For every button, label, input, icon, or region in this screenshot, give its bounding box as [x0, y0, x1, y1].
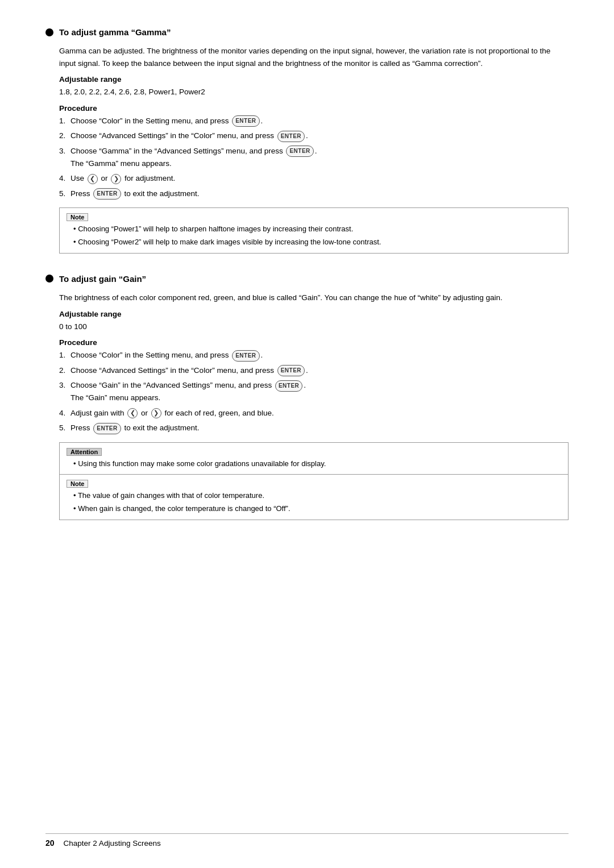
- enter-button-gn3: ENTER: [275, 380, 302, 392]
- gain-notes: • The value of gain changes with that of…: [67, 490, 561, 515]
- gamma-step-5-num: 5.: [59, 188, 70, 200]
- footer: 20 Chapter 2 Adjusting Screens: [45, 833, 569, 848]
- gamma-note-label: Note: [67, 213, 88, 221]
- gain-step-1-content: Choose “Color” in the Setting menu, and …: [70, 349, 569, 362]
- gain-section-body: The brightness of each color component r…: [45, 292, 569, 520]
- gamma-title-text: To adjust gamma “Gamma”: [59, 27, 171, 37]
- right-arrow-g4: ❯: [111, 174, 121, 184]
- enter-button-g1: ENTER: [232, 115, 259, 127]
- gain-description: The brightness of each color component r…: [59, 292, 569, 304]
- gamma-notes: • Choosing “Power1” will help to sharpen…: [67, 223, 561, 248]
- gain-attention-1: • Using this function may make some colo…: [73, 458, 561, 470]
- gain-title-text: To adjust gain “Gain”: [59, 274, 146, 284]
- gamma-step-3-content: Choose “Gamma” in the “Advanced Settings…: [70, 145, 569, 169]
- page: To adjust gamma “Gamma” Gamma can be adj…: [0, 0, 614, 868]
- gamma-step-3-subtext: The “Gamma” menu appears.: [70, 159, 172, 168]
- gamma-note-2: • Choosing “Power2” will help to make da…: [73, 236, 561, 248]
- gain-step-4-content: Adjust gain with ❮ or ❯ for each of red,…: [70, 407, 569, 420]
- gamma-step-2-content: Choose “Advanced Settings” in the “Color…: [70, 130, 569, 142]
- gamma-step-4: 4. Use ❮ or ❯ for adjustment.: [59, 172, 569, 185]
- gamma-step-3-num: 3.: [59, 145, 70, 157]
- gain-procedure-list: 1. Choose “Color” in the Setting menu, a…: [59, 349, 569, 434]
- gain-step-5-content: Press ENTER to exit the adjustment.: [70, 422, 569, 434]
- gamma-step-5: 5. Press ENTER to exit the adjustment.: [59, 188, 569, 200]
- left-arrow-g4: ❮: [88, 174, 98, 184]
- gain-step-3-num: 3.: [59, 379, 70, 392]
- gain-step-5-num: 5.: [59, 422, 70, 434]
- gamma-step-2: 2. Choose “Advanced Settings” in the “Co…: [59, 130, 569, 142]
- gain-step-5: 5. Press ENTER to exit the adjustment.: [59, 422, 569, 434]
- enter-button-g5: ENTER: [93, 188, 121, 200]
- gain-step-3-content: Choose “Gain” in the “Advanced Settings”…: [70, 379, 569, 404]
- gamma-step-4-num: 4.: [59, 172, 70, 185]
- gamma-adjustable-range-value: 1.8, 2.0, 2.2, 2.4, 2.6, 2.8, Power1, Po…: [59, 86, 569, 98]
- gamma-description: Gamma can be adjusted. The brightness of…: [59, 45, 569, 69]
- gain-step-4-num: 4.: [59, 407, 70, 420]
- gain-step-2-num: 2.: [59, 364, 70, 377]
- gain-adjustable-range-value: 0 to 100: [59, 321, 569, 333]
- gain-adjustable-range-label: Adjustable range: [59, 310, 569, 318]
- enter-button-g3: ENTER: [286, 146, 313, 157]
- enter-button-gn2: ENTER: [277, 365, 305, 376]
- gain-procedure-label: Procedure: [59, 338, 569, 347]
- gain-note-box: Note • The value of gain changes with th…: [59, 475, 569, 520]
- gamma-note-box: Note • Choosing “Power1” will help to sh…: [59, 207, 569, 254]
- gain-note-1: • The value of gain changes with that of…: [73, 490, 561, 502]
- footer-chapter-text: Chapter 2 Adjusting Screens: [64, 839, 161, 848]
- gain-step-3-subtext: The “Gain” menu appears.: [70, 393, 160, 402]
- gain-section-title: To adjust gain “Gain”: [45, 274, 569, 284]
- enter-button-gn1: ENTER: [232, 350, 259, 362]
- enter-button-gn5: ENTER: [93, 423, 121, 434]
- gain-attention-label: Attention: [67, 448, 102, 456]
- gamma-section: To adjust gamma “Gamma” Gamma can be adj…: [45, 27, 569, 254]
- gain-attention-box: Attention • Using this function may make…: [59, 442, 569, 475]
- enter-button-g2: ENTER: [277, 131, 305, 142]
- gain-step-1: 1. Choose “Color” in the Setting menu, a…: [59, 349, 569, 362]
- gain-note-2: • When gain is changed, the color temper…: [73, 503, 561, 515]
- gain-step-3: 3. Choose “Gain” in the “Advanced Settin…: [59, 379, 569, 404]
- gamma-adjustable-range-label: Adjustable range: [59, 75, 569, 84]
- gamma-step-1-num: 1.: [59, 115, 70, 127]
- gamma-step-1-content: Choose “Color” in the Setting menu, and …: [70, 115, 569, 127]
- gain-section: To adjust gain “Gain” The brightness of …: [45, 274, 569, 520]
- gain-step-1-num: 1.: [59, 349, 70, 362]
- gamma-step-5-content: Press ENTER to exit the adjustment.: [70, 188, 569, 200]
- gamma-step-4-content: Use ❮ or ❯ for adjustment.: [70, 172, 569, 185]
- gamma-step-3: 3. Choose “Gamma” in the “Advanced Setti…: [59, 145, 569, 169]
- gamma-procedure-label: Procedure: [59, 104, 569, 113]
- gamma-step-1: 1. Choose “Color” in the Setting menu, a…: [59, 115, 569, 127]
- gamma-step-2-num: 2.: [59, 130, 70, 142]
- left-arrow-gn4: ❮: [127, 408, 138, 418]
- gamma-procedure-list: 1. Choose “Color” in the Setting menu, a…: [59, 115, 569, 200]
- footer-page-number: 20: [45, 838, 55, 848]
- gamma-bullet: [45, 28, 53, 36]
- gamma-section-body: Gamma can be adjusted. The brightness of…: [45, 45, 569, 254]
- gain-step-2-content: Choose “Advanced Settings” in the “Color…: [70, 364, 569, 377]
- gain-attentions: • Using this function may make some colo…: [67, 458, 561, 470]
- gain-bullet: [45, 275, 53, 283]
- right-arrow-gn4: ❯: [151, 408, 161, 418]
- gain-step-4: 4. Adjust gain with ❮ or ❯ for each of r…: [59, 407, 569, 420]
- gamma-note-1: • Choosing “Power1” will help to sharpen…: [73, 223, 561, 235]
- gamma-section-title: To adjust gamma “Gamma”: [45, 27, 569, 37]
- gain-note-label: Note: [67, 480, 88, 488]
- gain-step-2: 2. Choose “Advanced Settings” in the “Co…: [59, 364, 569, 377]
